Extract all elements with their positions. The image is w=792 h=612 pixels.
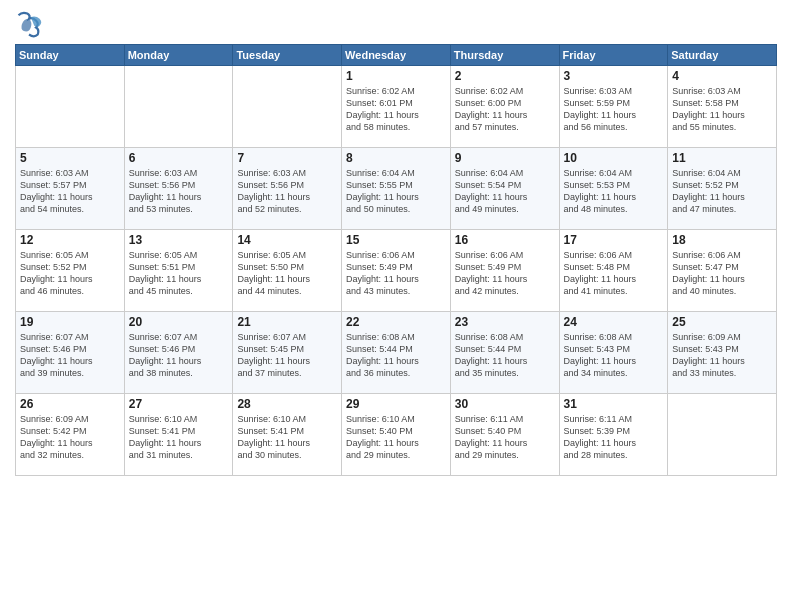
day-number: 23 (455, 315, 555, 329)
day-number: 25 (672, 315, 772, 329)
week-row-2: 5Sunrise: 6:03 AM Sunset: 5:57 PM Daylig… (16, 148, 777, 230)
day-info: Sunrise: 6:05 AM Sunset: 5:51 PM Dayligh… (129, 249, 229, 298)
week-row-5: 26Sunrise: 6:09 AM Sunset: 5:42 PM Dayli… (16, 394, 777, 476)
day-info: Sunrise: 6:09 AM Sunset: 5:42 PM Dayligh… (20, 413, 120, 462)
day-number: 7 (237, 151, 337, 165)
day-info: Sunrise: 6:06 AM Sunset: 5:47 PM Dayligh… (672, 249, 772, 298)
day-cell: 11Sunrise: 6:04 AM Sunset: 5:52 PM Dayli… (668, 148, 777, 230)
day-info: Sunrise: 6:03 AM Sunset: 5:57 PM Dayligh… (20, 167, 120, 216)
day-cell: 16Sunrise: 6:06 AM Sunset: 5:49 PM Dayli… (450, 230, 559, 312)
day-number: 13 (129, 233, 229, 247)
day-cell: 14Sunrise: 6:05 AM Sunset: 5:50 PM Dayli… (233, 230, 342, 312)
day-info: Sunrise: 6:02 AM Sunset: 6:01 PM Dayligh… (346, 85, 446, 134)
day-info: Sunrise: 6:03 AM Sunset: 5:56 PM Dayligh… (237, 167, 337, 216)
day-number: 1 (346, 69, 446, 83)
day-cell (233, 66, 342, 148)
day-cell: 8Sunrise: 6:04 AM Sunset: 5:55 PM Daylig… (342, 148, 451, 230)
day-number: 20 (129, 315, 229, 329)
day-info: Sunrise: 6:10 AM Sunset: 5:41 PM Dayligh… (237, 413, 337, 462)
day-cell: 24Sunrise: 6:08 AM Sunset: 5:43 PM Dayli… (559, 312, 668, 394)
day-info: Sunrise: 6:06 AM Sunset: 5:49 PM Dayligh… (346, 249, 446, 298)
day-number: 2 (455, 69, 555, 83)
day-number: 26 (20, 397, 120, 411)
day-info: Sunrise: 6:03 AM Sunset: 5:58 PM Dayligh… (672, 85, 772, 134)
day-info: Sunrise: 6:05 AM Sunset: 5:52 PM Dayligh… (20, 249, 120, 298)
day-number: 3 (564, 69, 664, 83)
weekday-header-tuesday: Tuesday (233, 45, 342, 66)
weekday-header-sunday: Sunday (16, 45, 125, 66)
day-cell: 12Sunrise: 6:05 AM Sunset: 5:52 PM Dayli… (16, 230, 125, 312)
day-cell: 30Sunrise: 6:11 AM Sunset: 5:40 PM Dayli… (450, 394, 559, 476)
weekday-header-row: SundayMondayTuesdayWednesdayThursdayFrid… (16, 45, 777, 66)
day-number: 9 (455, 151, 555, 165)
day-cell: 13Sunrise: 6:05 AM Sunset: 5:51 PM Dayli… (124, 230, 233, 312)
day-cell: 28Sunrise: 6:10 AM Sunset: 5:41 PM Dayli… (233, 394, 342, 476)
day-info: Sunrise: 6:04 AM Sunset: 5:52 PM Dayligh… (672, 167, 772, 216)
day-cell: 7Sunrise: 6:03 AM Sunset: 5:56 PM Daylig… (233, 148, 342, 230)
day-cell: 23Sunrise: 6:08 AM Sunset: 5:44 PM Dayli… (450, 312, 559, 394)
day-info: Sunrise: 6:04 AM Sunset: 5:55 PM Dayligh… (346, 167, 446, 216)
day-cell: 27Sunrise: 6:10 AM Sunset: 5:41 PM Dayli… (124, 394, 233, 476)
day-number: 4 (672, 69, 772, 83)
day-info: Sunrise: 6:03 AM Sunset: 5:56 PM Dayligh… (129, 167, 229, 216)
day-info: Sunrise: 6:07 AM Sunset: 5:46 PM Dayligh… (20, 331, 120, 380)
day-number: 27 (129, 397, 229, 411)
header (15, 10, 777, 38)
week-row-1: 1Sunrise: 6:02 AM Sunset: 6:01 PM Daylig… (16, 66, 777, 148)
day-info: Sunrise: 6:08 AM Sunset: 5:44 PM Dayligh… (455, 331, 555, 380)
logo-icon (15, 10, 43, 38)
day-cell: 6Sunrise: 6:03 AM Sunset: 5:56 PM Daylig… (124, 148, 233, 230)
day-number: 10 (564, 151, 664, 165)
day-cell: 10Sunrise: 6:04 AM Sunset: 5:53 PM Dayli… (559, 148, 668, 230)
day-number: 8 (346, 151, 446, 165)
day-info: Sunrise: 6:06 AM Sunset: 5:49 PM Dayligh… (455, 249, 555, 298)
day-info: Sunrise: 6:10 AM Sunset: 5:40 PM Dayligh… (346, 413, 446, 462)
day-cell: 29Sunrise: 6:10 AM Sunset: 5:40 PM Dayli… (342, 394, 451, 476)
day-info: Sunrise: 6:04 AM Sunset: 5:54 PM Dayligh… (455, 167, 555, 216)
day-info: Sunrise: 6:11 AM Sunset: 5:40 PM Dayligh… (455, 413, 555, 462)
page: SundayMondayTuesdayWednesdayThursdayFrid… (0, 0, 792, 486)
day-cell: 20Sunrise: 6:07 AM Sunset: 5:46 PM Dayli… (124, 312, 233, 394)
day-cell: 18Sunrise: 6:06 AM Sunset: 5:47 PM Dayli… (668, 230, 777, 312)
day-cell: 2Sunrise: 6:02 AM Sunset: 6:00 PM Daylig… (450, 66, 559, 148)
day-number: 31 (564, 397, 664, 411)
day-number: 12 (20, 233, 120, 247)
day-cell: 4Sunrise: 6:03 AM Sunset: 5:58 PM Daylig… (668, 66, 777, 148)
day-number: 19 (20, 315, 120, 329)
day-cell: 3Sunrise: 6:03 AM Sunset: 5:59 PM Daylig… (559, 66, 668, 148)
day-info: Sunrise: 6:11 AM Sunset: 5:39 PM Dayligh… (564, 413, 664, 462)
day-cell: 1Sunrise: 6:02 AM Sunset: 6:01 PM Daylig… (342, 66, 451, 148)
day-number: 18 (672, 233, 772, 247)
day-number: 14 (237, 233, 337, 247)
week-row-3: 12Sunrise: 6:05 AM Sunset: 5:52 PM Dayli… (16, 230, 777, 312)
day-cell: 25Sunrise: 6:09 AM Sunset: 5:43 PM Dayli… (668, 312, 777, 394)
day-number: 6 (129, 151, 229, 165)
calendar: SundayMondayTuesdayWednesdayThursdayFrid… (15, 44, 777, 476)
day-info: Sunrise: 6:04 AM Sunset: 5:53 PM Dayligh… (564, 167, 664, 216)
day-number: 21 (237, 315, 337, 329)
day-number: 16 (455, 233, 555, 247)
day-cell (668, 394, 777, 476)
day-cell (16, 66, 125, 148)
day-info: Sunrise: 6:08 AM Sunset: 5:44 PM Dayligh… (346, 331, 446, 380)
day-number: 24 (564, 315, 664, 329)
day-cell: 21Sunrise: 6:07 AM Sunset: 5:45 PM Dayli… (233, 312, 342, 394)
weekday-header-monday: Monday (124, 45, 233, 66)
day-number: 15 (346, 233, 446, 247)
day-info: Sunrise: 6:07 AM Sunset: 5:45 PM Dayligh… (237, 331, 337, 380)
day-info: Sunrise: 6:07 AM Sunset: 5:46 PM Dayligh… (129, 331, 229, 380)
day-number: 11 (672, 151, 772, 165)
day-number: 17 (564, 233, 664, 247)
day-info: Sunrise: 6:02 AM Sunset: 6:00 PM Dayligh… (455, 85, 555, 134)
day-number: 29 (346, 397, 446, 411)
day-info: Sunrise: 6:09 AM Sunset: 5:43 PM Dayligh… (672, 331, 772, 380)
day-info: Sunrise: 6:10 AM Sunset: 5:41 PM Dayligh… (129, 413, 229, 462)
weekday-header-saturday: Saturday (668, 45, 777, 66)
day-cell: 5Sunrise: 6:03 AM Sunset: 5:57 PM Daylig… (16, 148, 125, 230)
weekday-header-thursday: Thursday (450, 45, 559, 66)
day-cell: 22Sunrise: 6:08 AM Sunset: 5:44 PM Dayli… (342, 312, 451, 394)
day-number: 28 (237, 397, 337, 411)
day-info: Sunrise: 6:06 AM Sunset: 5:48 PM Dayligh… (564, 249, 664, 298)
day-info: Sunrise: 6:08 AM Sunset: 5:43 PM Dayligh… (564, 331, 664, 380)
day-number: 30 (455, 397, 555, 411)
